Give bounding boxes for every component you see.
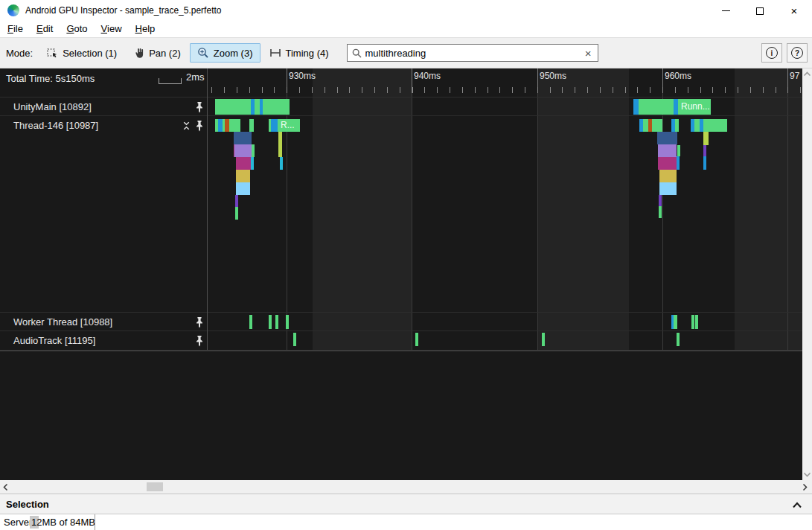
minimize-button[interactable] <box>709 1 743 21</box>
trace-slice[interactable] <box>677 145 680 156</box>
trace-slice[interactable] <box>236 182 250 195</box>
trace-slice[interactable]: Runn... <box>678 99 711 115</box>
trace-slice[interactable] <box>263 99 290 115</box>
trace-slice[interactable] <box>659 206 662 218</box>
mode-button-selection[interactable]: Selection (1) <box>39 43 124 63</box>
ruler-tick <box>537 87 538 93</box>
timeline-band <box>313 68 412 350</box>
collapse-icon[interactable] <box>182 121 191 134</box>
menu-item-goto[interactable]: Goto <box>60 21 94 37</box>
trace-slice[interactable] <box>675 119 679 132</box>
mode-label: Mode: <box>6 48 33 59</box>
trace-slice[interactable] <box>415 333 418 346</box>
ruler-tick <box>450 87 450 93</box>
trace-slice[interactable] <box>269 315 272 329</box>
pin-icon[interactable] <box>195 120 204 135</box>
timeline[interactable]: Total Time: 5s150ms 2ms 930ms940ms950ms9… <box>0 68 812 480</box>
trace-slice[interactable] <box>633 99 639 115</box>
trace-slice[interactable] <box>235 207 238 220</box>
scroll-up-icon[interactable] <box>803 71 811 77</box>
menu-bar: FileEditGotoViewHelp <box>0 21 812 37</box>
trace-slice[interactable] <box>236 170 250 182</box>
trace-slice[interactable] <box>542 333 545 346</box>
horizontal-scrollbar[interactable] <box>0 480 812 494</box>
clear-search-icon[interactable]: × <box>584 47 593 60</box>
trace-slice[interactable] <box>703 119 727 132</box>
track-row-audiotrack[interactable]: AudioTrack [11195] <box>0 331 207 350</box>
info-button[interactable]: i <box>761 43 782 63</box>
trace-slice[interactable] <box>703 145 706 156</box>
trace-slice[interactable] <box>677 156 680 170</box>
trace-slice[interactable]: R... <box>278 119 300 132</box>
trace-slice[interactable] <box>659 182 677 195</box>
trace-slice[interactable] <box>652 119 662 132</box>
ruler-tick <box>675 87 676 93</box>
trace-slice[interactable] <box>659 170 677 182</box>
trace-slice[interactable] <box>703 132 709 145</box>
trace-slice[interactable] <box>255 99 260 115</box>
track-label: UnityMain [10892] <box>13 98 92 116</box>
ruler-tick <box>337 87 338 93</box>
trace-slice[interactable] <box>249 315 252 329</box>
scrollbar-thumb[interactable] <box>147 482 163 491</box>
timeline-vertical-scrollbar[interactable] <box>802 68 812 480</box>
scroll-right-icon[interactable] <box>802 483 808 491</box>
scroll-left-icon[interactable] <box>3 483 8 491</box>
trace-slice[interactable] <box>703 156 706 170</box>
track-label: Thread-146 [10987] <box>13 116 98 135</box>
trace-slice[interactable] <box>674 315 677 329</box>
pin-icon[interactable] <box>195 101 204 116</box>
trace-slice[interactable] <box>691 315 694 329</box>
pin-icon[interactable] <box>195 316 204 331</box>
selection-panel-header[interactable]: Selection <box>0 494 812 514</box>
close-button[interactable]: × <box>777 1 811 21</box>
mode-button-pan[interactable]: Pan (2) <box>126 43 188 63</box>
trace-slice[interactable] <box>643 119 648 132</box>
menu-item-edit[interactable]: Edit <box>30 21 60 37</box>
mode-button-timing[interactable]: Timing (4) <box>262 44 336 63</box>
track-row-thread-146[interactable]: Thread-146 [10987] <box>0 116 207 135</box>
window-controls: × <box>709 1 811 21</box>
trace-slice[interactable] <box>236 157 251 170</box>
trace-slice[interactable] <box>235 195 238 207</box>
trace-slice[interactable] <box>251 157 254 170</box>
menu-item-file[interactable]: File <box>1 21 30 37</box>
trace-slice[interactable] <box>658 144 677 157</box>
trace-slice[interactable] <box>275 315 278 329</box>
trace-slice[interactable] <box>639 99 674 115</box>
collapse-chevron-icon[interactable] <box>792 502 802 508</box>
trace-slice[interactable] <box>278 132 282 157</box>
ruler-label: 940ms <box>414 71 441 81</box>
track-row-unitymain[interactable]: UnityMain [10892] <box>0 98 207 116</box>
ruler-tick <box>262 87 263 93</box>
status-bar: Server: 12MB of 84MB <box>0 514 812 530</box>
trace-slice[interactable] <box>658 157 677 170</box>
trace-slice[interactable] <box>659 195 662 206</box>
trace-slice[interactable] <box>271 119 278 132</box>
trace-slice[interactable] <box>293 333 296 346</box>
search-input[interactable]: multithreading <box>365 48 580 59</box>
maximize-button[interactable] <box>743 1 777 21</box>
trace-slice[interactable] <box>234 132 252 144</box>
trace-slice[interactable] <box>215 99 251 115</box>
trace-slice[interactable] <box>280 157 283 170</box>
trace-slice[interactable] <box>249 119 254 132</box>
trace-slice[interactable] <box>694 119 700 132</box>
track-row-worker[interactable]: Worker Thread [10988] <box>0 313 207 331</box>
help-button[interactable]: ? <box>787 43 808 63</box>
trace-slice[interactable] <box>657 132 677 144</box>
trace-slice[interactable] <box>229 119 240 132</box>
trace-slice[interactable] <box>252 144 255 157</box>
mode-button-zoom[interactable]: Zoom (3) <box>190 43 260 63</box>
trace-slice[interactable] <box>677 333 680 346</box>
trace-slice[interactable] <box>286 315 289 329</box>
selection-icon <box>46 47 58 59</box>
menu-item-help[interactable]: Help <box>129 21 162 37</box>
trace-slice[interactable] <box>695 315 698 329</box>
menu-item-view[interactable]: View <box>95 21 129 37</box>
track-label-separator <box>207 68 208 350</box>
search-box[interactable]: multithreading × <box>347 44 598 62</box>
trace-slice[interactable] <box>234 144 252 157</box>
pin-icon[interactable] <box>195 335 204 350</box>
scroll-down-icon[interactable] <box>803 472 811 477</box>
